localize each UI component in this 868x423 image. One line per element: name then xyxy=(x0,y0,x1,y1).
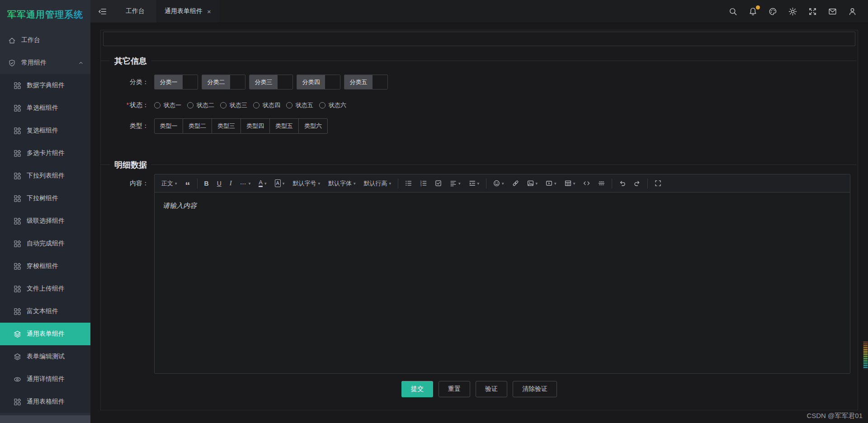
eye-icon xyxy=(14,376,21,383)
editor-content-area[interactable]: 请输入内容 xyxy=(155,193,850,373)
underline-button[interactable]: U xyxy=(213,177,226,190)
sidebar-item[interactable]: 复选框组件 xyxy=(0,119,90,142)
checkbox-box[interactable] xyxy=(373,75,387,89)
heading-select[interactable]: 正文▾ xyxy=(157,177,181,190)
truncated-input-field[interactable] xyxy=(103,32,855,46)
type-option-button[interactable]: 类型二 xyxy=(183,118,212,134)
ordered-list-button[interactable]: 123 xyxy=(416,177,431,190)
chevron-down-icon: ▾ xyxy=(502,181,504,186)
notifications-button[interactable] xyxy=(749,7,757,16)
fullscreen-toggle-button[interactable] xyxy=(808,7,817,16)
status-radio[interactable]: 状态一 xyxy=(154,101,181,109)
bold-button[interactable]: B xyxy=(200,177,213,190)
bullet-list-button[interactable] xyxy=(401,177,416,190)
code-button[interactable] xyxy=(579,177,594,190)
fullscreen-button[interactable] xyxy=(651,177,665,190)
category-options: 分类一分类二分类三分类四分类五 xyxy=(154,75,392,89)
type-option-button[interactable]: 类型四 xyxy=(241,118,270,134)
tab[interactable]: 通用表单组件× xyxy=(156,0,219,23)
sidebar-item[interactable]: 富文本组件 xyxy=(0,300,90,323)
italic-button[interactable]: I xyxy=(226,177,236,190)
line-height-select[interactable]: 默认行高▾ xyxy=(359,177,395,190)
radio-circle-icon[interactable] xyxy=(154,102,160,108)
content-label: 内容： xyxy=(101,174,154,192)
table-button[interactable]: ▾ xyxy=(561,177,580,190)
submit-button[interactable]: 提交 xyxy=(401,381,433,397)
table-icon xyxy=(565,180,571,187)
checkbox-box[interactable] xyxy=(230,75,245,89)
ul-icon xyxy=(405,180,412,187)
sidebar-item[interactable]: 通用详情组件 xyxy=(0,368,90,390)
font-family-select[interactable]: 默认字体▾ xyxy=(324,177,360,190)
sidebar-item[interactable]: 下拉列表组件 xyxy=(0,164,90,187)
sidebar-item[interactable]: 数据字典组件 xyxy=(0,74,90,97)
checkbox-box[interactable] xyxy=(278,75,292,89)
font-color-button[interactable]: A▾ xyxy=(255,177,270,190)
category-checkbox-card[interactable]: 分类一 xyxy=(154,75,198,89)
divider-line xyxy=(101,164,110,165)
font-size-select[interactable]: 默认字号▾ xyxy=(288,177,324,190)
image-button[interactable]: ▾ xyxy=(523,177,542,190)
sidebar-item[interactable]: 文件上传组件 xyxy=(0,277,90,300)
sidebar-item[interactable]: 通用表单组件 xyxy=(0,323,90,345)
category-checkbox-card[interactable]: 分类五 xyxy=(344,75,388,89)
checkbox-box[interactable] xyxy=(183,75,198,89)
radio-circle-icon[interactable] xyxy=(253,102,259,108)
status-radio[interactable]: 状态六 xyxy=(319,101,346,109)
messages-button[interactable] xyxy=(828,7,837,16)
reset-button[interactable]: 重置 xyxy=(439,381,470,397)
status-radio[interactable]: 状态五 xyxy=(286,101,313,109)
undo-button[interactable] xyxy=(615,177,630,190)
todo-list-button[interactable] xyxy=(431,177,446,190)
tab-close-icon[interactable]: × xyxy=(207,8,211,15)
category-checkbox-card[interactable]: 分类二 xyxy=(202,75,245,89)
chevron-down-icon: ▾ xyxy=(389,181,391,186)
more-style-button[interactable]: ⋯▾ xyxy=(236,177,255,190)
type-option-button[interactable]: 类型一 xyxy=(154,118,183,134)
sidebar-item[interactable]: 表单编辑测试 xyxy=(0,345,90,368)
menu-fold-icon[interactable] xyxy=(90,0,114,23)
align-button[interactable]: ▾ xyxy=(446,177,465,190)
status-radio[interactable]: 状态三 xyxy=(220,101,247,109)
sidebar-item[interactable]: 自动完成组件 xyxy=(0,232,90,255)
sidebar-item[interactable]: 级联选择组件 xyxy=(0,210,90,232)
status-radio[interactable]: 状态四 xyxy=(253,101,280,109)
sidebar-item[interactable]: 工作台 xyxy=(0,29,90,52)
category-checkbox-card[interactable]: 分类四 xyxy=(297,75,340,89)
sidebar-item[interactable]: 常用组件 xyxy=(0,52,90,74)
redo-button[interactable] xyxy=(630,177,645,190)
search-button[interactable] xyxy=(729,7,737,16)
radio-circle-icon[interactable] xyxy=(187,102,193,108)
sidebar-item[interactable]: 下拉树组件 xyxy=(0,187,90,210)
type-option-button[interactable]: 类型六 xyxy=(299,118,328,134)
clear-validation-button[interactable]: 清除验证 xyxy=(513,381,557,397)
indent-button[interactable]: ▾ xyxy=(465,177,484,190)
emoji-button[interactable]: ▾ xyxy=(489,177,508,190)
theme-palette-button[interactable] xyxy=(769,7,777,16)
type-option-button[interactable]: 类型三 xyxy=(212,118,241,134)
component-icon xyxy=(14,398,21,406)
user-profile-button[interactable] xyxy=(848,7,857,16)
sidebar-item[interactable]: 通用表格组件 xyxy=(0,390,90,413)
tab[interactable]: 工作台 xyxy=(114,0,156,23)
sidebar-item[interactable]: 穿梭框组件 xyxy=(0,255,90,277)
sidebar-item[interactable]: 多选卡片组件 xyxy=(0,142,90,164)
bg-color-button[interactable]: A▾ xyxy=(271,177,289,190)
video-button[interactable]: ▾ xyxy=(542,177,561,190)
hr-button[interactable] xyxy=(594,177,609,190)
status-radio[interactable]: 状态二 xyxy=(187,101,214,109)
category-checkbox-card[interactable]: 分类三 xyxy=(249,75,293,89)
video-icon xyxy=(546,180,552,187)
radio-circle-icon[interactable] xyxy=(220,102,226,108)
link-button[interactable] xyxy=(508,177,523,190)
type-option-button[interactable]: 类型五 xyxy=(270,118,299,134)
validate-button[interactable]: 验证 xyxy=(476,381,507,397)
header-actions xyxy=(729,0,868,23)
checkbox-box[interactable] xyxy=(325,75,340,89)
light-mode-button[interactable] xyxy=(788,7,797,16)
radio-circle-icon[interactable] xyxy=(286,102,292,108)
sidebar-item[interactable]: 单选框组件 xyxy=(0,97,90,119)
radio-circle-icon[interactable] xyxy=(319,102,326,108)
scroll-indicator[interactable] xyxy=(863,341,868,369)
blockquote-button[interactable]: “ xyxy=(181,177,194,190)
